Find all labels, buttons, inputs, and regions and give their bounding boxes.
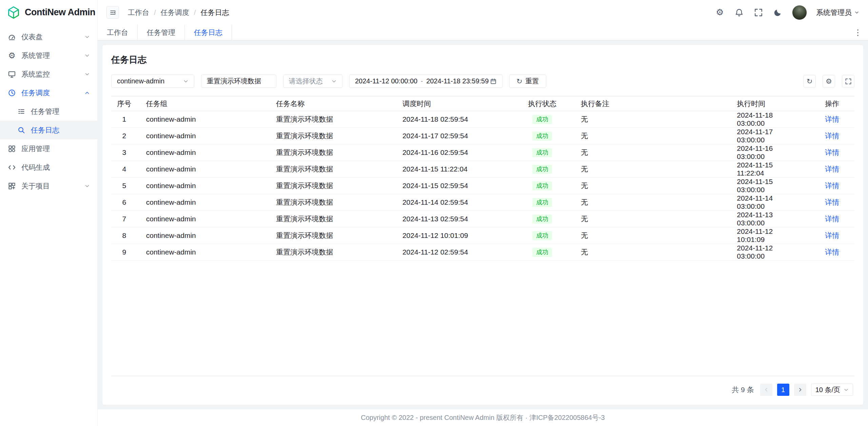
table-fullscreen-button[interactable] bbox=[842, 75, 854, 87]
sidebar-item-code-generation[interactable]: 代码生成 bbox=[0, 158, 97, 177]
task-group-select[interactable]: continew-admin bbox=[111, 75, 194, 88]
prev-page-button[interactable] bbox=[760, 384, 772, 396]
tab-task-management[interactable]: 任务管理 bbox=[138, 25, 185, 40]
sidebar-item-about-project[interactable]: 关于项目 bbox=[0, 177, 97, 195]
refresh-table-button[interactable]: ↻ bbox=[803, 75, 816, 87]
page-number-button[interactable]: 1 bbox=[777, 384, 789, 396]
task-group-value: continew-admin bbox=[117, 77, 164, 85]
chevron-down-icon bbox=[84, 72, 90, 77]
table-row: 5 continew-admin 重置演示环境数据 2024-11-15 02:… bbox=[111, 178, 854, 194]
cell-index: 7 bbox=[111, 211, 137, 227]
copyright-text: Copyright © 2022 - present ContiNew Admi… bbox=[361, 413, 605, 422]
cell-remark: 无 bbox=[572, 144, 728, 161]
sidebar-item-dashboard[interactable]: 仪表盘 bbox=[0, 27, 97, 46]
cell-group: continew-admin bbox=[137, 244, 268, 261]
cell-index: 6 bbox=[111, 194, 137, 211]
detail-link[interactable]: 详情 bbox=[825, 182, 839, 189]
table-row: 7 continew-admin 重置演示环境数据 2024-11-13 02:… bbox=[111, 211, 854, 227]
pagination: 共 9 条 1 10 条/页 bbox=[111, 376, 854, 401]
task-name-input[interactable] bbox=[201, 75, 276, 88]
page-title: 任务日志 bbox=[111, 54, 854, 66]
table-row: 4 continew-admin 重置演示环境数据 2024-11-15 11:… bbox=[111, 161, 854, 178]
tab-label: 任务日志 bbox=[194, 28, 222, 37]
table-body: 1 continew-admin 重置演示环境数据 2024-11-18 02:… bbox=[111, 111, 854, 261]
cell-exec-time: 2024-11-12 03:00:00 bbox=[728, 244, 810, 261]
sidebar-item-system-monitor[interactable]: 系统监控 bbox=[0, 65, 97, 83]
page-size-select[interactable]: 10 条/页 bbox=[811, 384, 853, 396]
cell-name: 重置演示环境数据 bbox=[267, 178, 394, 194]
sidebar-item-task-management[interactable]: 任务管理 bbox=[0, 102, 97, 121]
sidebar-item-label: 系统管理 bbox=[21, 51, 79, 60]
next-page-button[interactable] bbox=[794, 384, 806, 396]
cell-action: 详情 bbox=[810, 194, 854, 211]
cell-name: 重置演示环境数据 bbox=[267, 128, 394, 144]
sidebar-item-app-management[interactable]: 应用管理 bbox=[0, 139, 97, 158]
logo[interactable]: ContiNew Admin bbox=[0, 0, 97, 25]
footer: Copyright © 2022 - present ContiNew Admi… bbox=[98, 409, 868, 426]
tab-task-log[interactable]: 任务日志 bbox=[185, 25, 232, 40]
chevron-down-icon bbox=[331, 79, 337, 84]
refresh-icon: ↻ bbox=[516, 78, 522, 85]
tab-workplace[interactable]: 工作台 bbox=[98, 25, 138, 40]
filter-bar: continew-admin 请选择状态 2024-11-12 00:00:00… bbox=[111, 75, 854, 88]
cell-status: 成功 bbox=[513, 111, 572, 128]
cell-status: 成功 bbox=[513, 227, 572, 244]
column-settings-button[interactable]: ⚙ bbox=[823, 75, 835, 87]
cell-action: 详情 bbox=[810, 128, 854, 144]
logo-icon bbox=[7, 6, 20, 19]
detail-link[interactable]: 详情 bbox=[825, 132, 839, 140]
column-header: 执行状态 bbox=[513, 96, 572, 111]
cell-remark: 无 bbox=[572, 244, 728, 261]
sidebar-item-task-schedule[interactable]: 任务调度 bbox=[0, 83, 97, 102]
cell-name: 重置演示环境数据 bbox=[267, 194, 394, 211]
detail-link[interactable]: 详情 bbox=[825, 215, 839, 223]
status-badge: 成功 bbox=[532, 248, 552, 257]
breadcrumb-item[interactable]: 工作台 bbox=[128, 8, 149, 17]
tab-more-icon[interactable]: ⋮ bbox=[848, 25, 868, 40]
cell-schedule-time: 2024-11-18 02:59:54 bbox=[394, 111, 513, 128]
detail-link[interactable]: 详情 bbox=[825, 148, 839, 156]
gear-icon: ⚙ bbox=[7, 51, 16, 60]
refresh-icon: ↻ bbox=[807, 77, 813, 85]
cell-index: 9 bbox=[111, 244, 137, 261]
cell-action: 详情 bbox=[810, 244, 854, 261]
cell-name: 重置演示环境数据 bbox=[267, 244, 394, 261]
settings-gear-icon[interactable]: ⚙ bbox=[715, 7, 725, 18]
fullscreen-icon[interactable] bbox=[753, 7, 764, 18]
dark-mode-moon-icon[interactable] bbox=[773, 7, 783, 18]
detail-link[interactable]: 详情 bbox=[825, 248, 839, 256]
notification-bell-icon[interactable] bbox=[734, 7, 744, 18]
detail-link[interactable]: 详情 bbox=[825, 165, 839, 173]
cell-schedule-time: 2024-11-12 02:59:54 bbox=[394, 244, 513, 261]
sidebar-item-system-management[interactable]: ⚙ 系统管理 bbox=[0, 46, 97, 65]
status-select[interactable]: 请选择状态 bbox=[283, 75, 342, 88]
cell-group: continew-admin bbox=[137, 128, 268, 144]
cell-remark: 无 bbox=[572, 178, 728, 194]
cell-schedule-time: 2024-11-17 02:59:54 bbox=[394, 128, 513, 144]
user-menu[interactable]: 系统管理员 bbox=[816, 8, 859, 17]
cell-status: 成功 bbox=[513, 161, 572, 178]
cell-exec-time: 2024-11-13 03:00:00 bbox=[728, 211, 810, 227]
cell-index: 2 bbox=[111, 128, 137, 144]
sidebar-item-task-log[interactable]: 任务日志 bbox=[0, 121, 97, 139]
table-row: 2 continew-admin 重置演示环境数据 2024-11-17 02:… bbox=[111, 128, 854, 144]
detail-link[interactable]: 详情 bbox=[825, 115, 839, 123]
date-separator: - bbox=[419, 77, 425, 85]
cell-status: 成功 bbox=[513, 244, 572, 261]
apps-grid-icon bbox=[7, 144, 16, 153]
chevron-down-icon bbox=[84, 53, 90, 58]
cell-exec-time: 2024-11-18 03:00:00 bbox=[728, 111, 810, 128]
cell-schedule-time: 2024-11-15 02:59:54 bbox=[394, 178, 513, 194]
cell-exec-time: 2024-11-12 10:01:09 bbox=[728, 227, 810, 244]
content-area: 任务日志 continew-admin 请选择状态 2024-11-12 00:… bbox=[98, 40, 868, 409]
date-range-picker[interactable]: 2024-11-12 00:00:00 - 2024-11-18 23:59:5… bbox=[349, 75, 502, 88]
detail-link[interactable]: 详情 bbox=[825, 231, 839, 239]
cell-index: 8 bbox=[111, 227, 137, 244]
sidebar-collapse-button[interactable] bbox=[106, 6, 119, 19]
cell-exec-time: 2024-11-17 03:00:00 bbox=[728, 128, 810, 144]
status-badge: 成功 bbox=[532, 165, 552, 174]
user-avatar[interactable] bbox=[792, 5, 807, 20]
detail-link[interactable]: 详情 bbox=[825, 198, 839, 206]
breadcrumb-item[interactable]: 任务调度 bbox=[161, 8, 189, 17]
reset-button[interactable]: ↻ 重置 bbox=[509, 75, 546, 88]
